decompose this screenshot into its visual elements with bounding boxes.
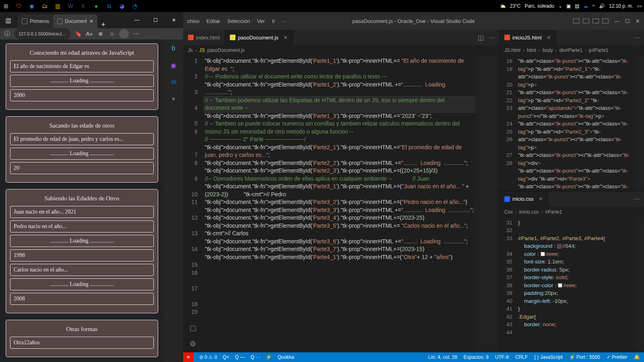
activity-bar-bottom: ▢ ⚙ — [183, 323, 202, 352]
eol[interactable]: CRLF — [515, 354, 528, 360]
editor-tab[interactable]: inicioJS.html ✕ — [500, 30, 556, 45]
new-tab-button[interactable]: + — [97, 21, 109, 28]
shield-icon[interactable]: 🛡 — [15, 2, 23, 10]
edge-toolbar: ⓘ 127.0.0.1:5500/inicioJ... 🔖 A» ⊕ ☆ ⋯ — [0, 28, 183, 39]
browser-tab[interactable]: Primeros — [18, 14, 53, 28]
start-icon[interactable]: ⊞ — [2, 2, 10, 10]
language-mode[interactable]: { } JavaScript — [534, 354, 563, 360]
tray-icon[interactable]: ▤ — [575, 3, 579, 9]
card-line: ............. Loading ................. — [10, 75, 154, 87]
tray-icon[interactable]: ▣ — [566, 3, 571, 9]
breadcrumb[interactable]: Css›inicio.css›#Parte1 — [500, 207, 644, 217]
maximize-button[interactable]: ☐ — [146, 12, 165, 28]
vscode-icon[interactable]: ⧉ — [105, 2, 113, 10]
vscode-window: chivo Editar Selección Ver Ir ··· pasoDo… — [183, 12, 644, 362]
page-content: Conociendo mi edad artraves de JavaScrip… — [0, 39, 164, 362]
zoom-icon[interactable]: ⊕ — [97, 30, 105, 38]
maximize-button[interactable]: ☐ — [625, 18, 630, 24]
spotify-icon[interactable]: ● — [93, 2, 100, 10]
card-line: Juan nacio en el año... 2021 — [10, 206, 154, 218]
word-icon[interactable]: W — [67, 2, 74, 10]
quokka-q[interactable]: Q - - — [250, 354, 260, 360]
close-icon[interactable]: ✕ — [283, 35, 288, 41]
more-icon[interactable]: ⋯ — [132, 30, 140, 38]
encoding[interactable]: UTF-8 — [495, 354, 509, 360]
split-icon[interactable]: ◫ — [478, 34, 484, 41]
wifi-icon[interactable]: ⌔ — [592, 3, 595, 9]
copilot-icon[interactable]: ◉ — [169, 60, 178, 70]
minimize-button[interactable]: — — [614, 18, 619, 24]
code-editor[interactable]: 313233 3435363738394041424344 }#Parte1, … — [500, 217, 644, 353]
favorite-icon[interactable]: ☆ — [108, 30, 116, 38]
menu-item[interactable]: chivo — [187, 18, 199, 24]
window-title: pasoDocument.js - Oracle_One - Visual St… — [353, 18, 475, 24]
close-icon[interactable]: ✕ — [89, 19, 93, 24]
layout-controls[interactable] — [573, 19, 609, 23]
add-app-icon[interactable]: + — [169, 94, 178, 104]
problems[interactable]: ⊘ 0 ⚠ 0 — [199, 354, 217, 360]
quokka-label[interactable]: Quokka — [277, 354, 294, 360]
indent[interactable]: Espacios: 8 — [464, 354, 489, 360]
code-editor[interactable]: 1 2 3 4 56 78 9 1011 12 13 14 1516 17 18… — [183, 56, 499, 352]
remote-indicator[interactable]: ✕ — [183, 352, 194, 362]
more-icon[interactable]: ⋯ — [634, 34, 640, 41]
explorer-icon[interactable]: 🗂 — [41, 2, 48, 10]
content-card: Sabiendo las Edaddes de OtrosJuan nacio … — [6, 189, 158, 313]
excel-icon[interactable]: X — [80, 2, 87, 10]
minimap[interactable] — [635, 56, 644, 191]
card-line: 20 — [10, 162, 154, 174]
menu-item[interactable]: Editar — [206, 18, 220, 24]
settings-icon[interactable]: ⚙ — [190, 339, 196, 348]
close-button[interactable]: ✕ — [636, 18, 640, 24]
outlook-icon[interactable]: ✉ — [169, 77, 178, 87]
panel-icon[interactable]: ▢ — [190, 323, 196, 332]
browser-tab-active[interactable]: Document ✕ — [53, 14, 97, 28]
chrome-icon[interactable]: ◉ — [28, 2, 35, 10]
tray-chevron-icon[interactable]: ⌄ — [558, 3, 562, 9]
notes-icon[interactable]: ▥ — [54, 2, 61, 10]
tab-actions-icon[interactable]: ▥ — [0, 16, 16, 24]
editor-tab[interactable]: index.html — [183, 30, 225, 45]
info-icon[interactable]: ⓘ — [3, 30, 11, 38]
read-aloud-icon[interactable]: A» — [85, 30, 93, 38]
minimap[interactable] — [475, 56, 499, 352]
cloud-icon[interactable]: ☁ — [583, 3, 588, 9]
quokka-q[interactable]: Q — — [235, 354, 245, 360]
discord-icon[interactable]: ◕ — [118, 2, 126, 10]
tag-icon[interactable]: 🔖 — [74, 30, 82, 38]
edge-icon[interactable]: ◔ — [131, 2, 138, 10]
edge-titlebar: ▥ Primeros Document ✕ + — ☐ ✕ — [0, 12, 183, 28]
menu-item[interactable]: Ver — [257, 18, 265, 24]
card-line: Carlos nacio en el año... — [10, 264, 154, 276]
card-line: 2008 — [10, 293, 154, 305]
prettier[interactable]: ✓ Prettier — [607, 354, 627, 360]
menu-item[interactable]: Ir — [272, 18, 275, 24]
breadcrumb[interactable]: JS.html›html›body›div#Parte1›p#Parte1 — [500, 45, 644, 56]
quokka-q[interactable]: Q+ — [223, 354, 229, 360]
css-icon — [504, 196, 510, 202]
more-icon[interactable]: ⋯ — [489, 34, 495, 41]
minimize-button[interactable]: — — [128, 12, 146, 28]
close-icon[interactable]: ✕ — [547, 35, 551, 41]
more-icon[interactable]: ⋯ — [634, 195, 640, 203]
menu-item[interactable]: ··· — [282, 18, 287, 24]
clock[interactable]: 12:10 p. m. — [609, 3, 633, 9]
profile-avatar[interactable] — [119, 29, 129, 39]
editor-tab[interactable]: inicio.css ✕ — [500, 191, 548, 207]
vscode-titlebar: chivo Editar Selección Ver Ir ··· pasoDo… — [183, 12, 644, 30]
cursor-position[interactable]: Lín. 4, col. 28 — [428, 354, 457, 360]
bell-icon[interactable]: 🔔 — [634, 354, 640, 360]
address-bar[interactable]: 127.0.0.1:5500/inicioJ... — [14, 28, 71, 39]
menu-item[interactable]: Selección — [227, 18, 250, 24]
live-server[interactable]: ⚡ Port : 5500 — [569, 354, 600, 360]
code-editor[interactable]: 1819 20212223 242526 2728 "tk-attr">clas… — [500, 56, 644, 191]
notification-icon[interactable]: ▭ — [637, 3, 642, 9]
volume-icon[interactable]: 🔊 — [599, 3, 605, 9]
close-icon[interactable]: ✕ — [539, 196, 543, 202]
bing-icon[interactable]: b — [169, 43, 178, 53]
close-button[interactable]: ✕ — [165, 12, 183, 28]
breadcrumb[interactable]: Js› JSpasoDocument.js — [183, 45, 499, 56]
bolt-icon[interactable]: ⚡ — [266, 354, 272, 360]
minimap[interactable] — [635, 217, 644, 353]
editor-tab-active[interactable]: pasoDocument.js ✕ — [225, 30, 293, 45]
